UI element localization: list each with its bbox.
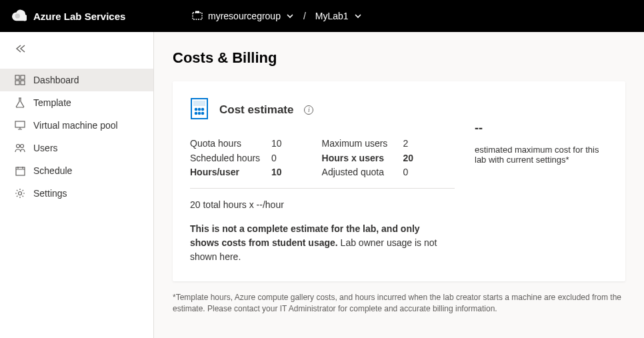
adjusted-quota-label: Adjusted quota (322, 165, 395, 180)
sidebar-item-template[interactable]: Template (0, 91, 153, 114)
page-title: Costs & Billing (173, 49, 625, 67)
cloud-icon (12, 9, 27, 23)
svg-rect-5 (15, 81, 19, 85)
svg-rect-2 (195, 11, 199, 13)
scheduled-hours-label: Scheduled hours (190, 151, 263, 166)
breadcrumb-lab-label: MyLab1 (315, 11, 349, 21)
monitor-icon (15, 121, 25, 130)
svg-rect-1 (193, 13, 202, 19)
gear-icon (15, 188, 25, 199)
sidebar-item-label: Schedule (33, 165, 72, 176)
svg-point-17 (195, 113, 197, 115)
flask-icon (15, 97, 25, 108)
chevron-down-icon (286, 12, 294, 20)
sidebar-item-dashboard[interactable]: Dashboard (0, 69, 153, 91)
svg-point-18 (199, 113, 201, 115)
scheduled-hours-value: 0 (271, 151, 277, 166)
users-icon (15, 143, 25, 153)
estimated-cost-caption: estimated maximum cost for this lab with… (475, 145, 608, 165)
hours-per-user-value: 10 (271, 165, 282, 180)
breadcrumb: myresourcegroup / MyLab1 (192, 11, 362, 22)
svg-rect-4 (21, 75, 25, 79)
quota-hours-value: 10 (271, 137, 282, 151)
svg-point-9 (21, 145, 24, 148)
sidebar-item-vm-pool[interactable]: Virtual machine pool (0, 114, 153, 137)
svg-rect-6 (21, 81, 25, 85)
divider (190, 188, 455, 189)
adjusted-quota-value: 0 (403, 165, 409, 180)
calculator-icon (190, 97, 209, 122)
svg-rect-13 (194, 101, 205, 105)
sidebar-item-schedule[interactable]: Schedule (0, 159, 153, 182)
breadcrumb-lab[interactable]: MyLab1 (315, 11, 362, 21)
estimated-cost-value: -- (475, 121, 608, 135)
sidebar-item-label: Settings (33, 188, 67, 199)
sidebar-item-label: Users (33, 143, 58, 153)
svg-point-11 (19, 192, 22, 195)
max-users-value: 2 (403, 137, 409, 151)
sidebar-item-users[interactable]: Users (0, 137, 153, 159)
max-users-label: Maximum users (322, 137, 395, 151)
sidebar-item-settings[interactable]: Settings (0, 182, 153, 205)
cost-formula: 20 total hours x --/hour (190, 199, 455, 210)
svg-point-19 (202, 113, 204, 115)
cost-card-title: Cost estimate (219, 103, 293, 117)
svg-rect-3 (15, 75, 19, 79)
sidebar-item-label: Dashboard (33, 75, 79, 85)
info-icon[interactable]: i (304, 105, 313, 115)
hours-per-user-label: Hours/user (190, 165, 263, 180)
svg-rect-10 (16, 167, 25, 175)
dashboard-icon (15, 75, 25, 85)
svg-rect-7 (15, 121, 25, 127)
footnote: *Template hours, Azure compute gallery c… (173, 292, 625, 315)
hours-x-users-label: Hours x users (322, 151, 395, 166)
breadcrumb-separator: / (303, 11, 306, 21)
collapse-sidebar-button[interactable] (0, 41, 153, 69)
svg-point-14 (195, 109, 197, 111)
sidebar: Dashboard Template Virtual machine pool … (0, 32, 154, 338)
svg-point-8 (17, 145, 20, 148)
breadcrumb-rg-label: myresourcegroup (208, 11, 281, 21)
resource-group-icon (192, 11, 203, 22)
svg-point-15 (199, 109, 201, 111)
calendar-icon (15, 166, 25, 176)
sidebar-item-label: Template (33, 97, 71, 108)
sidebar-item-label: Virtual machine pool (33, 120, 118, 131)
svg-point-16 (202, 109, 204, 111)
breadcrumb-resource-group[interactable]: myresourcegroup (192, 11, 294, 22)
cost-disclaimer: This is not a complete estimate for the … (190, 222, 443, 264)
chevron-down-icon (354, 12, 362, 20)
hours-x-users-value: 20 (403, 151, 414, 166)
brand: Azure Lab Services (12, 9, 192, 23)
svg-point-0 (15, 13, 20, 18)
quota-hours-label: Quota hours (190, 137, 263, 151)
cost-estimate-card: Cost estimate i Quota hours10 Scheduled … (173, 81, 625, 281)
brand-label: Azure Lab Services (33, 11, 125, 22)
